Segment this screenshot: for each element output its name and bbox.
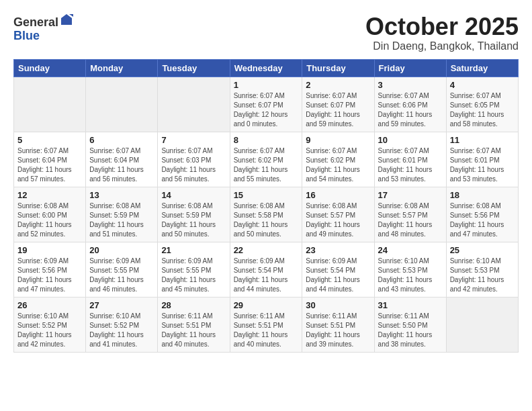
calendar-cell: 21Sunrise: 6:09 AMSunset: 5:55 PMDayligh…	[158, 242, 230, 297]
title-area: October 2025 Din Daeng, Bangkok, Thailan…	[365, 13, 519, 52]
weekday-header-wednesday: Wednesday	[230, 59, 302, 77]
calendar-cell: 9Sunrise: 6:07 AMSunset: 6:02 PMDaylight…	[302, 132, 374, 187]
day-number: 28	[161, 300, 226, 310]
weekday-header-saturday: Saturday	[446, 59, 518, 77]
calendar-week-row: 1Sunrise: 6:07 AMSunset: 6:07 PMDaylight…	[14, 77, 519, 132]
calendar-cell: 28Sunrise: 6:11 AMSunset: 5:51 PMDayligh…	[158, 297, 230, 352]
day-info: Sunrise: 6:11 AMSunset: 5:51 PMDaylight:…	[306, 312, 370, 349]
calendar-cell: 25Sunrise: 6:10 AMSunset: 5:53 PMDayligh…	[446, 242, 518, 297]
day-number: 13	[89, 190, 154, 200]
calendar-cell: 20Sunrise: 6:09 AMSunset: 5:55 PMDayligh…	[86, 242, 158, 297]
day-info: Sunrise: 6:10 AMSunset: 5:52 PMDaylight:…	[89, 312, 154, 349]
logo-blue-text: Blue	[13, 29, 40, 42]
weekday-header-tuesday: Tuesday	[158, 59, 230, 77]
day-number: 29	[234, 300, 299, 310]
calendar-cell: 15Sunrise: 6:08 AMSunset: 5:58 PMDayligh…	[230, 187, 302, 242]
calendar-cell: 16Sunrise: 6:08 AMSunset: 5:57 PMDayligh…	[302, 187, 374, 242]
day-number: 19	[17, 245, 82, 255]
day-number: 5	[17, 135, 82, 145]
day-number: 18	[450, 190, 515, 200]
day-info: Sunrise: 6:09 AMSunset: 5:56 PMDaylight:…	[17, 257, 82, 294]
calendar-cell: 8Sunrise: 6:07 AMSunset: 6:02 PMDaylight…	[230, 132, 302, 187]
calendar-cell: 13Sunrise: 6:08 AMSunset: 5:59 PMDayligh…	[86, 187, 158, 242]
day-number: 12	[17, 190, 82, 200]
calendar-cell	[158, 77, 230, 132]
calendar-cell	[86, 77, 158, 132]
day-number: 16	[306, 190, 370, 200]
day-number: 24	[378, 245, 443, 255]
calendar-cell: 7Sunrise: 6:07 AMSunset: 6:03 PMDaylight…	[158, 132, 230, 187]
day-number: 9	[306, 135, 370, 145]
day-number: 17	[378, 190, 443, 200]
weekday-header-sunday: Sunday	[14, 59, 86, 77]
calendar-cell: 1Sunrise: 6:07 AMSunset: 6:07 PMDaylight…	[230, 77, 302, 132]
logo-icon	[60, 13, 73, 26]
day-info: Sunrise: 6:08 AMSunset: 5:59 PMDaylight:…	[161, 201, 226, 239]
day-number: 2	[306, 80, 370, 90]
calendar-cell: 12Sunrise: 6:08 AMSunset: 6:00 PMDayligh…	[14, 187, 86, 242]
header: General Blue October 2025 Din Daeng, Ban…	[13, 13, 519, 52]
day-info: Sunrise: 6:07 AMSunset: 6:06 PMDaylight:…	[378, 91, 443, 129]
day-number: 10	[378, 135, 443, 145]
calendar-cell: 4Sunrise: 6:07 AMSunset: 6:05 PMDaylight…	[446, 77, 518, 132]
day-number: 4	[450, 80, 515, 90]
day-info: Sunrise: 6:07 AMSunset: 6:03 PMDaylight:…	[161, 146, 226, 184]
logo-general-text: General	[13, 15, 58, 29]
day-info: Sunrise: 6:07 AMSunset: 6:02 PMDaylight:…	[234, 146, 299, 184]
day-info: Sunrise: 6:07 AMSunset: 6:04 PMDaylight:…	[17, 146, 82, 184]
calendar-cell: 31Sunrise: 6:11 AMSunset: 5:50 PMDayligh…	[374, 297, 446, 352]
month-title: October 2025	[365, 13, 519, 40]
calendar-cell: 3Sunrise: 6:07 AMSunset: 6:06 PMDaylight…	[374, 77, 446, 132]
calendar-week-row: 26Sunrise: 6:10 AMSunset: 5:52 PMDayligh…	[14, 297, 519, 352]
day-number: 7	[161, 135, 226, 145]
day-info: Sunrise: 6:10 AMSunset: 5:52 PMDaylight:…	[17, 312, 82, 349]
calendar-cell: 24Sunrise: 6:10 AMSunset: 5:53 PMDayligh…	[374, 242, 446, 297]
day-number: 23	[306, 245, 370, 255]
day-number: 8	[234, 135, 299, 145]
day-info: Sunrise: 6:09 AMSunset: 5:54 PMDaylight:…	[234, 257, 299, 294]
day-info: Sunrise: 6:08 AMSunset: 5:58 PMDaylight:…	[234, 201, 299, 239]
day-info: Sunrise: 6:08 AMSunset: 6:00 PMDaylight:…	[17, 201, 82, 239]
calendar-cell: 5Sunrise: 6:07 AMSunset: 6:04 PMDaylight…	[14, 132, 86, 187]
day-number: 1	[234, 80, 299, 90]
weekday-header-friday: Friday	[374, 59, 446, 77]
calendar-cell: 17Sunrise: 6:08 AMSunset: 5:57 PMDayligh…	[374, 187, 446, 242]
day-info: Sunrise: 6:07 AMSunset: 6:07 PMDaylight:…	[234, 91, 299, 129]
calendar-cell: 23Sunrise: 6:09 AMSunset: 5:54 PMDayligh…	[302, 242, 374, 297]
calendar-cell: 14Sunrise: 6:08 AMSunset: 5:59 PMDayligh…	[158, 187, 230, 242]
day-info: Sunrise: 6:07 AMSunset: 6:07 PMDaylight:…	[306, 91, 370, 129]
calendar-cell: 22Sunrise: 6:09 AMSunset: 5:54 PMDayligh…	[230, 242, 302, 297]
day-number: 6	[89, 135, 154, 145]
calendar-cell	[446, 297, 518, 352]
day-info: Sunrise: 6:08 AMSunset: 5:57 PMDaylight:…	[306, 201, 370, 239]
day-info: Sunrise: 6:09 AMSunset: 5:55 PMDaylight:…	[89, 257, 154, 294]
calendar-cell: 18Sunrise: 6:08 AMSunset: 5:56 PMDayligh…	[446, 187, 518, 242]
calendar-cell: 2Sunrise: 6:07 AMSunset: 6:07 PMDaylight…	[302, 77, 374, 132]
day-info: Sunrise: 6:09 AMSunset: 5:54 PMDaylight:…	[306, 257, 370, 294]
day-number: 20	[89, 245, 154, 255]
calendar-week-row: 19Sunrise: 6:09 AMSunset: 5:56 PMDayligh…	[14, 242, 519, 297]
day-info: Sunrise: 6:08 AMSunset: 5:56 PMDaylight:…	[450, 201, 515, 239]
calendar-cell	[14, 77, 86, 132]
weekday-header-monday: Monday	[86, 59, 158, 77]
day-info: Sunrise: 6:11 AMSunset: 5:51 PMDaylight:…	[161, 312, 226, 349]
day-info: Sunrise: 6:07 AMSunset: 6:01 PMDaylight:…	[378, 146, 443, 184]
day-number: 30	[306, 300, 370, 310]
weekday-header-row: SundayMondayTuesdayWednesdayThursdayFrid…	[14, 59, 519, 77]
day-number: 14	[161, 190, 226, 200]
day-number: 11	[450, 135, 515, 145]
weekday-header-thursday: Thursday	[302, 59, 374, 77]
logo: General Blue	[13, 16, 73, 43]
day-number: 26	[17, 300, 82, 310]
day-info: Sunrise: 6:11 AMSunset: 5:51 PMDaylight:…	[234, 312, 299, 349]
day-info: Sunrise: 6:09 AMSunset: 5:55 PMDaylight:…	[161, 257, 226, 294]
calendar-cell: 26Sunrise: 6:10 AMSunset: 5:52 PMDayligh…	[14, 297, 86, 352]
calendar-week-row: 5Sunrise: 6:07 AMSunset: 6:04 PMDaylight…	[14, 132, 519, 187]
svg-marker-1	[69, 14, 73, 17]
day-number: 25	[450, 245, 515, 255]
calendar-week-row: 12Sunrise: 6:08 AMSunset: 6:00 PMDayligh…	[14, 187, 519, 242]
location: Din Daeng, Bangkok, Thailand	[365, 40, 519, 52]
day-info: Sunrise: 6:07 AMSunset: 6:05 PMDaylight:…	[450, 91, 515, 129]
calendar-cell: 30Sunrise: 6:11 AMSunset: 5:51 PMDayligh…	[302, 297, 374, 352]
day-number: 15	[234, 190, 299, 200]
